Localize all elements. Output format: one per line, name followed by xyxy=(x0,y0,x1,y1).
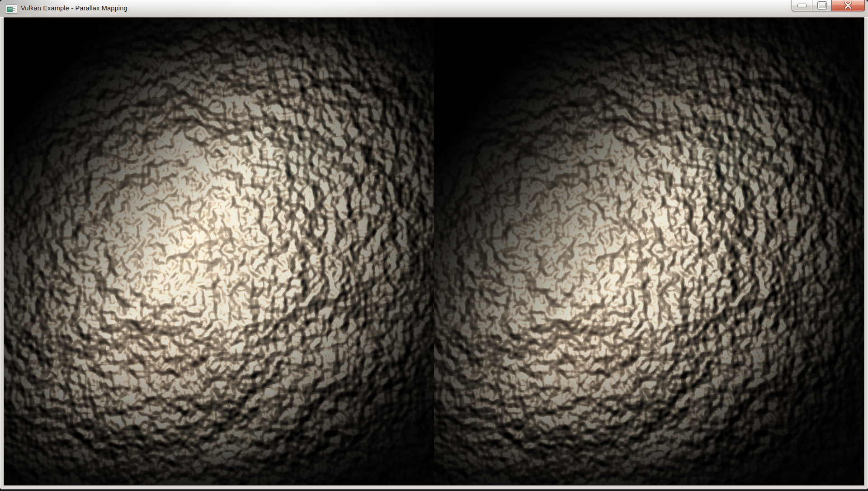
window-title: Vulkan Example - Parallax Mapping xyxy=(21,0,127,17)
app-icon-line xyxy=(13,8,15,9)
app-window: Vulkan Example - Parallax Mapping xyxy=(0,0,868,489)
close-button[interactable] xyxy=(831,0,865,11)
stone-wall-render-right xyxy=(434,18,864,485)
render-view-right[interactable] xyxy=(434,18,864,485)
titlebar[interactable]: Vulkan Example - Parallax Mapping xyxy=(0,0,868,18)
app-icon-line xyxy=(13,10,15,11)
application-window-icon[interactable] xyxy=(6,5,17,14)
render-view-left[interactable] xyxy=(4,18,434,485)
minimize-button[interactable] xyxy=(792,0,812,11)
app-icon-pane xyxy=(7,7,13,12)
render-viewport[interactable] xyxy=(4,18,864,485)
app-icon-titlebar xyxy=(7,5,16,7)
close-x-icon xyxy=(844,2,853,9)
window-controls xyxy=(792,0,865,11)
stone-wall-render-left xyxy=(4,18,434,485)
maximize-button[interactable] xyxy=(812,0,832,11)
maximize-box-icon xyxy=(818,2,826,9)
minimize-dash-icon xyxy=(798,4,806,7)
